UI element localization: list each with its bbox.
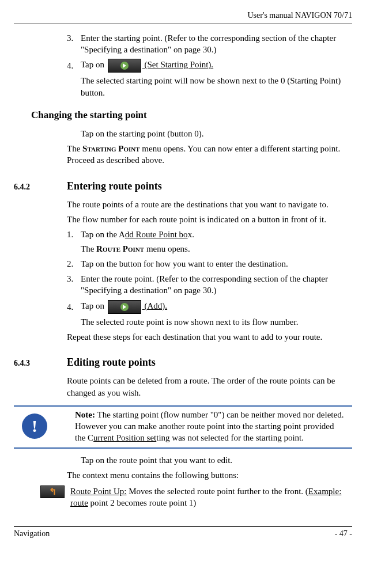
- step-number: 2.: [67, 258, 81, 270]
- footer-left: Navigation: [14, 529, 50, 540]
- paragraph: The flow number for each route point is …: [67, 214, 346, 225]
- step-text: Enter the starting point. (Refer to the …: [81, 32, 346, 56]
- note-box: Note: The starting point (flow number "0…: [14, 405, 352, 449]
- menu-name: Starting Point: [82, 144, 140, 153]
- paragraph: The Starting Point menu opens. You can n…: [67, 143, 346, 166]
- section-number: 6.4.3: [14, 358, 67, 369]
- step-text: Enter the route point. (Refer to the cor…: [81, 273, 346, 297]
- step-number: 3.: [67, 32, 81, 56]
- paragraph: Route points can be deleted from a route…: [67, 375, 346, 399]
- subsection-heading: Changing the starting point: [31, 109, 352, 122]
- paragraph: The context menu contains the following …: [67, 469, 346, 481]
- step-number: 1.: [67, 229, 81, 240]
- note-icon: [22, 414, 47, 439]
- button-description: Route Point Up: Moves the selected route…: [70, 485, 352, 509]
- section-number: 6.4.2: [14, 182, 67, 193]
- route-point-up-icon: ↰: [40, 485, 65, 498]
- text: Tap on: [81, 60, 107, 70]
- footer-page-number: - 47 -: [335, 529, 352, 540]
- note-text: Note: The starting point (flow number "0…: [75, 409, 349, 444]
- step-result: The Route Point menu opens.: [81, 243, 346, 255]
- header-title: User's manual NAVIGON 70/71: [14, 10, 352, 24]
- step-number: 3.: [67, 273, 81, 297]
- paragraph: The route points of a route are the dest…: [67, 199, 346, 210]
- section-title: Entering route points: [67, 179, 162, 193]
- set-starting-point-link[interactable]: (Set Starting Point).: [142, 60, 213, 70]
- step-number: 4.: [67, 301, 81, 313]
- instruction-text: Tap on the route point that you want to …: [81, 454, 346, 466]
- step-text: Tap on (Add).: [81, 300, 346, 314]
- add-link[interactable]: (Add).: [142, 301, 167, 310]
- step-result: The selected route point is now shown ne…: [81, 316, 346, 328]
- instruction-text: Tap on the starting point (button 0).: [81, 128, 346, 139]
- step-text: Tap on the Add Route Point box.: [81, 229, 346, 240]
- text: The: [67, 144, 82, 153]
- menu-name: Route Point: [96, 244, 144, 253]
- arrow-right-icon: [108, 59, 141, 73]
- paragraph: Repeat these steps for each destination …: [67, 331, 346, 343]
- page-content: 3. Enter the starting point. (Refer to t…: [14, 32, 352, 509]
- step-result: The selected starting point will now be …: [81, 75, 346, 98]
- step-number: 4.: [67, 60, 81, 71]
- section-title: Editing route points: [67, 355, 156, 369]
- arrow-right-icon: [108, 300, 141, 314]
- step-text: Tap on (Set Starting Point).: [81, 59, 346, 73]
- step-text: Tap on the button for how you want to en…: [81, 258, 346, 270]
